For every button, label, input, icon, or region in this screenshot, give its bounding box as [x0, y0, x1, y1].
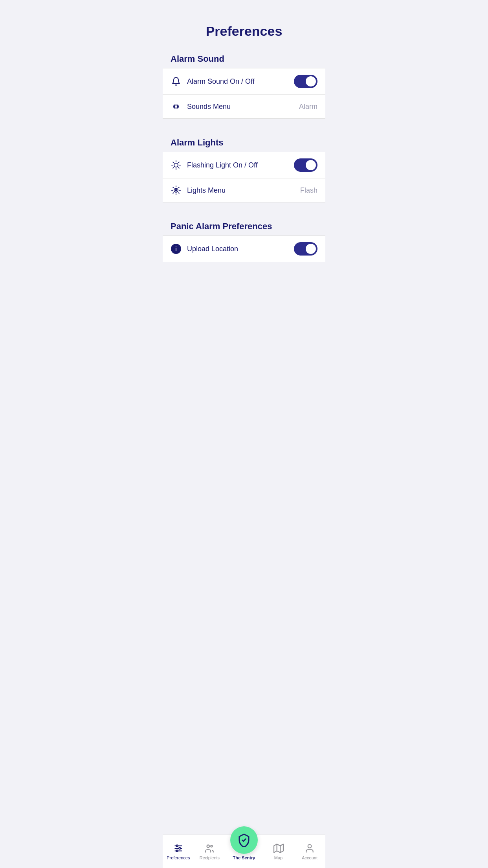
alarm-lights-group: Flashing Light On / Off — [163, 152, 325, 202]
section-alarm-sound-title: Alarm Sound — [171, 54, 224, 64]
sound-wave-icon — [171, 101, 182, 112]
flashing-light-slider — [294, 158, 317, 172]
upload-location-label: Upload Location — [187, 245, 238, 253]
sounds-menu-row-left: Sounds Menu — [171, 101, 231, 112]
lights-menu-row-left: Lights Menu — [171, 185, 226, 196]
page-title: Preferences — [171, 24, 317, 39]
upload-location-toggle[interactable] — [294, 242, 317, 256]
flashing-light-toggle[interactable] — [294, 158, 317, 172]
sounds-menu-label: Sounds Menu — [187, 103, 231, 111]
gap-1 — [163, 119, 325, 131]
svg-line-9 — [178, 162, 179, 162]
section-alarm-lights-header: Alarm Lights — [163, 131, 325, 152]
section-panic-alarm-title: Panic Alarm Preferences — [171, 221, 272, 231]
alarm-sound-slider — [294, 75, 317, 88]
flashing-light-row-left: Flashing Light On / Off — [171, 160, 258, 171]
alarm-sound-toggle[interactable] — [294, 75, 317, 88]
svg-point-0 — [174, 105, 178, 108]
alarm-sound-group: Alarm Sound On / Off Sounds Menu Alarm — [163, 68, 325, 119]
page-header: Preferences — [163, 0, 325, 47]
svg-line-8 — [173, 167, 173, 168]
alarm-sound-toggle-row: Alarm Sound On / Off — [163, 68, 325, 95]
section-alarm-sound-header: Alarm Sound — [163, 47, 325, 68]
sounds-menu-value: Alarm — [299, 103, 317, 111]
section-alarm-lights-title: Alarm Lights — [171, 138, 223, 147]
bell-icon — [171, 76, 182, 87]
flashing-light-label: Flashing Light On / Off — [187, 161, 258, 169]
upload-location-slider — [294, 242, 317, 256]
lights-menu-row[interactable]: Lights Menu Flash — [163, 178, 325, 202]
sun-icon — [171, 185, 182, 196]
panic-alarm-group: i Upload Location — [163, 235, 325, 262]
svg-point-1 — [174, 163, 178, 167]
gap-2 — [163, 202, 325, 214]
lights-menu-label: Lights Menu — [187, 186, 226, 195]
svg-line-4 — [173, 162, 173, 162]
info-icon: i — [171, 243, 182, 254]
sounds-menu-row[interactable]: Sounds Menu Alarm — [163, 95, 325, 118]
svg-line-5 — [178, 167, 179, 168]
flashing-light-toggle-row: Flashing Light On / Off — [163, 152, 325, 178]
svg-line-14 — [178, 193, 179, 193]
svg-line-13 — [173, 187, 173, 188]
section-panic-alarm-header: Panic Alarm Preferences — [163, 214, 325, 235]
lights-menu-value: Flash — [300, 186, 317, 195]
alarm-sound-label: Alarm Sound On / Off — [187, 77, 255, 86]
upload-location-toggle-row: i Upload Location — [163, 236, 325, 262]
upload-location-row-left: i Upload Location — [171, 243, 238, 254]
svg-point-19 — [175, 189, 177, 191]
info-icon-circle: i — [171, 244, 181, 254]
alarm-sound-row-left: Alarm Sound On / Off — [171, 76, 255, 87]
svg-line-18 — [178, 187, 179, 188]
svg-line-17 — [173, 193, 173, 193]
bulb-icon — [171, 160, 182, 171]
